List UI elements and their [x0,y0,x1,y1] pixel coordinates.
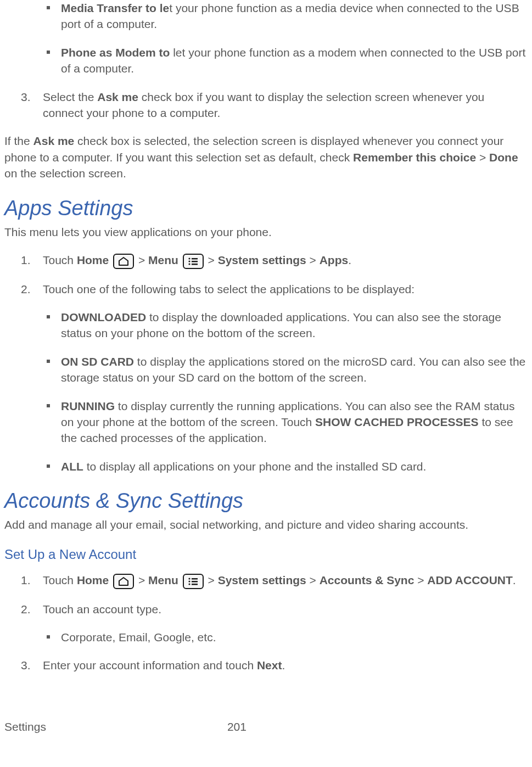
bullet-phone-modem: Phone as Modem to let your phone functio… [4,44,528,77]
accounts-step-2: 2. Touch an account type. [4,601,528,617]
svg-rect-3 [192,261,198,262]
bullet-media-transfer: Media Transfer to let your phone functio… [4,0,528,32]
menu-icon [183,254,204,269]
accounts-step-1: 1. Touch Home > Menu > System settings >… [4,572,528,589]
svg-point-8 [188,580,190,582]
square-bullet-icon [47,404,50,407]
tab-running: RUNNING to display currently the running… [4,398,528,446]
apps-step-2: 2. Touch one of the following tabs to se… [4,281,528,297]
top-bullet-list: Media Transfer to let your phone functio… [4,0,528,77]
account-type-list: Corporate, Email, Google, etc. [4,629,528,645]
bullet-text: DOWNLOADED to display the downloaded app… [61,309,528,341]
bullet-text: ON SD CARD to display the applications s… [61,354,528,386]
square-bullet-icon [47,315,50,318]
svg-point-10 [188,583,190,585]
square-bullet-icon [47,360,50,363]
apps-tabs-list: DOWNLOADED to display the downloaded app… [4,309,528,474]
footer-section-name: Settings [4,719,46,735]
menu-icon [183,574,204,589]
step-text: Touch one of the following tabs to selec… [43,281,528,297]
step-number: 3. [21,89,43,105]
tab-all: ALL to display all applications on your … [4,458,528,474]
top-numbered-list: 3. Select the Ask me check box if you wa… [4,89,528,121]
square-bullet-icon [47,6,50,9]
step-text: Select the Ask me check box if you want … [43,89,528,121]
accounts-step-3: 3. Enter your account information and to… [4,657,528,673]
svg-rect-11 [192,584,198,585]
page-footer: Settings 201 [0,686,532,746]
step-number: 1. [21,252,43,268]
account-type-examples: Corporate, Email, Google, etc. [4,629,528,645]
tab-downloaded: DOWNLOADED to display the downloaded app… [4,309,528,341]
svg-rect-7 [192,578,198,580]
square-bullet-icon [47,464,50,468]
home-icon [113,574,134,589]
tab-on-sd-card: ON SD CARD to display the applications s… [4,354,528,386]
svg-point-6 [188,578,190,579]
bullet-text: Phone as Modem to let your phone functio… [61,44,528,77]
svg-rect-1 [192,258,198,260]
apps-numbered-list: 1. Touch Home > Menu > System settings >… [4,252,528,297]
svg-point-2 [188,260,190,262]
bullet-text: ALL to display all applications on your … [61,458,528,474]
accounts-intro: Add and manage all your email, social ne… [4,517,528,533]
accounts-numbered-list: 1. Touch Home > Menu > System settings >… [4,572,528,617]
square-bullet-icon [47,635,50,639]
svg-point-0 [188,257,190,259]
step-text: Enter your account information and touch… [43,657,528,673]
bullet-text: Media Transfer to let your phone functio… [61,0,528,32]
step-3-ask-me: 3. Select the Ask me check box if you wa… [4,89,528,121]
footer-page-number: 201 [227,719,247,735]
step-number: 3. [21,657,43,673]
bullet-text: RUNNING to display currently the running… [61,398,528,446]
step-text: Touch Home > Menu > System settings > Ap… [43,252,528,268]
apps-step-1: 1. Touch Home > Menu > System settings >… [4,252,528,268]
set-up-new-account-heading: Set Up a New Account [4,545,528,564]
home-icon [113,254,134,269]
step-text: Touch Home > Menu > System settings > Ac… [43,572,528,589]
bullet-text: Corporate, Email, Google, etc. [61,629,528,645]
svg-rect-9 [192,581,198,583]
svg-rect-5 [192,264,198,265]
apps-settings-heading: Apps Settings [4,194,528,223]
step-text: Touch an account type. [43,601,528,617]
apps-intro: This menu lets you view applications on … [4,224,528,240]
accounts-numbered-list-cont: 3. Enter your account information and to… [4,657,528,673]
square-bullet-icon [47,51,50,54]
svg-point-4 [188,263,190,265]
step-number: 2. [21,601,43,617]
step-number: 1. [21,572,43,588]
accounts-sync-heading: Accounts & Sync Settings [4,486,528,516]
step-number: 2. [21,281,43,297]
ask-me-paragraph: If the Ask me check box is selected, the… [4,133,528,181]
